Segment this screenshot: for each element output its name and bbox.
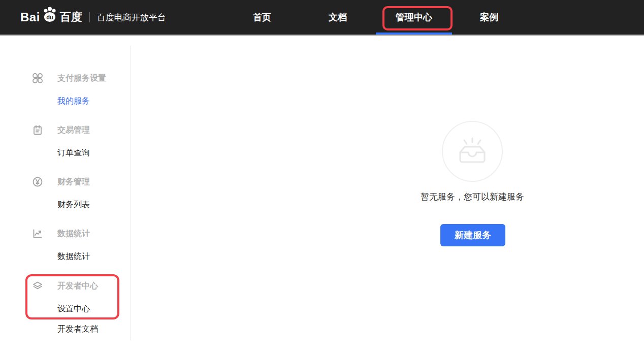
sidebar-section-payment-settings: 支付服务设置 [31,72,106,84]
empty-inbox-icon [453,135,492,168]
sidebar-item-developer-docs[interactable]: 开发者文档 [57,323,98,335]
sidebar-item-finance-list[interactable]: 财务列表 [57,199,90,211]
logo-subtitle: 百度电商开放平台 [97,12,166,23]
sidebar-section-label: 数据统计 [57,229,90,239]
header-bottom-border [0,35,644,36]
empty-state-message: 暂无服务，您可以新建服务 [345,191,599,203]
sidebar-section-developer-center: 开发者中心 [31,280,98,292]
trend-chart-icon [31,228,44,240]
nav-item-home[interactable]: 首页 [227,0,298,35]
nav-item-cases[interactable]: 案例 [454,0,525,35]
page: Bai du 百度 百度电商开放平台 首页 文档 管理中心 案例 [0,0,644,353]
logo-cn-text: 百度 [60,10,82,25]
logo-divider [89,12,90,22]
sidebar-section-finance-management: 财务管理 [31,176,90,188]
nav-item-management-center[interactable]: 管理中心 [378,0,449,35]
logo-bai-text: Bai [20,10,40,24]
baidu-paw-icon: du [41,6,59,23]
layers-icon [31,280,44,292]
empty-state-circle [442,121,503,182]
sidebar-section-label: 财务管理 [57,177,90,187]
sidebar-item-settings-center[interactable]: 设置中心 [57,303,90,315]
sidebar-section-data-statistics: 数据统计 [31,228,90,240]
sidebar-item-my-services[interactable]: 我的服务 [57,95,90,107]
baidu-logo[interactable]: Bai du 百度 百度电商开放平台 [20,0,166,35]
nav-item-docs[interactable]: 文档 [302,0,373,35]
top-header: Bai du 百度 百度电商开放平台 首页 文档 管理中心 案例 [0,0,644,35]
create-service-button[interactable]: 新建服务 [440,224,505,246]
sidebar-section-label: 支付服务设置 [57,73,106,84]
sidebar-section-trade-management: 交易管理 [31,124,90,136]
clipboard-icon [31,124,44,136]
sidebar-section-label: 交易管理 [57,125,90,136]
yen-circle-icon [31,176,44,188]
sidebar-item-order-query[interactable]: 订单查询 [57,147,90,159]
sidebar-section-label: 开发者中心 [57,281,98,292]
grid-icon [31,72,44,84]
logo-du-text: du [46,14,53,20]
sidebar-item-data-statistics[interactable]: 数据统计 [57,250,90,263]
sidebar-divider [130,46,131,340]
